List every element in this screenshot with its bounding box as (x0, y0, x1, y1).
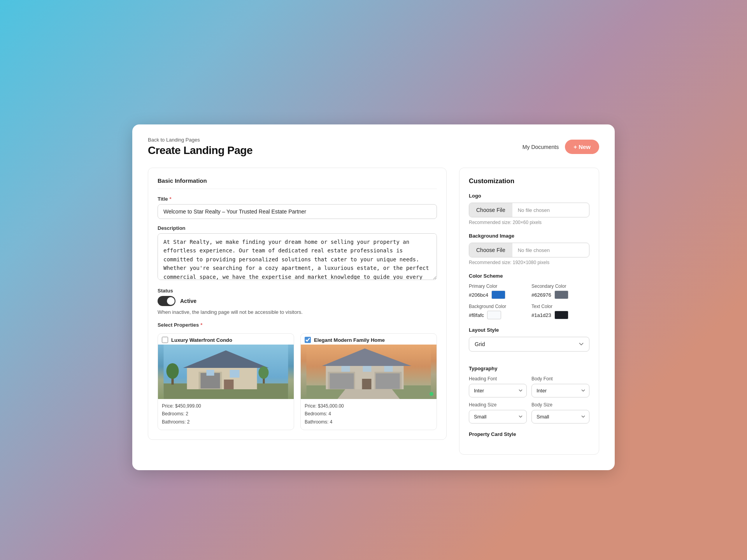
secondary-color-swatch[interactable] (554, 290, 568, 299)
title-field-label: Title * (158, 196, 437, 202)
primary-color-hex: #206bc4 (469, 292, 488, 298)
color-grid: Primary Color #206bc4 Secondary Color #6… (469, 284, 589, 319)
secondary-color-label: Secondary Color (531, 284, 589, 289)
layout-style-section: Layout Style Grid List Masonry (469, 327, 589, 358)
bg-image-section: Background Image Choose File No file cho… (469, 233, 589, 265)
layout-style-select[interactable]: Grid List Masonry (469, 337, 589, 352)
property-checkbox-row-1: Elegant Modern Family Home (301, 334, 437, 345)
description-field-label: Description (158, 225, 437, 231)
svg-rect-21 (362, 379, 372, 389)
page-container: Back to Landing Pages Create Landing Pag… (132, 124, 615, 470)
bg-color-swatch[interactable] (487, 311, 501, 319)
heading-size-field: Heading Size Small Medium Large (469, 402, 527, 424)
property-bedrooms-1: Bedrooms: 4 (305, 410, 433, 418)
heading-size-select[interactable]: Small Medium Large (469, 410, 527, 424)
text-color-field: Text Color #1a1d23 (531, 304, 589, 319)
property-card-0: Luxury Waterfront Condo (158, 333, 294, 430)
svg-rect-6 (224, 380, 234, 389)
customization-title: Customization (469, 177, 589, 185)
text-color-hex: #1a1d23 (531, 312, 551, 318)
status-label: Status (158, 288, 437, 294)
secondary-color-row: #626976 (531, 290, 589, 299)
select-properties-label: Select Properties * (158, 322, 437, 328)
body-font-select[interactable]: Inter Roboto (531, 384, 589, 397)
properties-required-star: * (200, 322, 202, 328)
property-checkbox-row-0: Luxury Waterfront Condo (158, 334, 294, 345)
properties-grid: Luxury Waterfront Condo (158, 333, 437, 430)
property-card-1: Elegant Modern Family Home (300, 333, 437, 430)
logo-label: Logo (469, 193, 589, 199)
primary-color-row: #206bc4 (469, 290, 527, 299)
toggle-row: Active (158, 296, 437, 306)
body-size-select[interactable]: Small Medium Large (531, 410, 589, 424)
font-selects-row: Heading Font Inter Roboto Body Font Inte… (469, 376, 589, 397)
size-selects-row: Heading Size Small Medium Large Body Siz… (469, 402, 589, 424)
text-color-label: Text Color (531, 304, 589, 309)
property-card-style-section: Property Card Style (469, 431, 589, 437)
bg-color-row: #f8fafc (469, 311, 527, 319)
logo-no-file-text: No file chosen (512, 203, 555, 217)
svg-rect-23 (384, 366, 393, 372)
body-font-field: Body Font Inter Roboto (531, 376, 589, 397)
new-button[interactable]: + New (565, 140, 599, 154)
my-documents-link[interactable]: My Documents (523, 144, 559, 150)
status-section: Status Active When inactive, the landing… (158, 288, 437, 315)
property-bathrooms-0: Bathrooms: 2 (162, 418, 290, 426)
active-toggle[interactable] (158, 296, 175, 306)
svg-rect-20 (376, 373, 400, 389)
logo-rec-size: Recommended size: 200×60 pixels (469, 220, 589, 225)
inactive-note: When inactive, the landing page will not… (158, 309, 437, 315)
heading-font-field: Heading Font Inter Roboto (469, 376, 527, 397)
property-name-0: Luxury Waterfront Condo (171, 337, 232, 343)
primary-color-label: Primary Color (469, 284, 527, 289)
property-bedrooms-0: Bedrooms: 2 (162, 410, 290, 418)
bg-file-upload: Choose File No file chosen (469, 243, 589, 257)
property-checkbox-0[interactable] (162, 337, 168, 343)
svg-point-12 (259, 366, 269, 379)
svg-rect-7 (230, 370, 240, 378)
svg-rect-22 (342, 366, 350, 372)
text-color-swatch[interactable] (554, 311, 568, 319)
secondary-color-hex: #626976 (531, 292, 551, 298)
color-scheme-section: Color Scheme Primary Color #206bc4 Secon… (469, 273, 589, 319)
body-size-label: Body Size (531, 402, 589, 408)
logo-file-upload: Choose File No file chosen (469, 203, 589, 217)
property-name-1: Elegant Modern Family Home (314, 337, 385, 343)
bg-color-hex: #f8fafc (469, 312, 484, 318)
layout-style-title: Layout Style (469, 327, 589, 333)
top-bar: Back to Landing Pages Create Landing Pag… (148, 137, 599, 157)
svg-rect-24 (363, 366, 372, 372)
back-link[interactable]: Back to Landing Pages (148, 137, 253, 143)
logo-choose-file-button[interactable]: Choose File (469, 203, 512, 217)
title-input[interactable] (158, 204, 437, 219)
top-bar-left: Back to Landing Pages Create Landing Pag… (148, 137, 253, 157)
property-price-0: Price: $450,999.00 (162, 402, 290, 410)
bg-choose-file-button[interactable]: Choose File (469, 243, 512, 257)
svg-rect-18 (330, 373, 354, 389)
property-image-1 (301, 345, 437, 399)
description-textarea[interactable]: At Star Realty, we make finding your dre… (158, 233, 437, 280)
property-checkbox-1[interactable] (305, 337, 311, 343)
page-title: Create Landing Page (148, 144, 253, 157)
bg-color-field: Background Color #f8fafc (469, 304, 527, 319)
primary-color-field: Primary Color #206bc4 (469, 284, 527, 299)
bg-rec-size: Recommended size: 1920×1080 pixels (469, 260, 589, 265)
basic-info-title: Basic Information (158, 177, 437, 189)
logo-section: Logo Choose File No file chosen Recommen… (469, 193, 589, 225)
property-details-0: Price: $450,999.00 Bedrooms: 2 Bathrooms… (158, 399, 294, 430)
heading-font-select[interactable]: Inter Roboto (469, 384, 527, 397)
body-font-label: Body Font (531, 376, 589, 382)
property-bathrooms-1: Bathrooms: 4 (305, 418, 433, 426)
property-details-1: Price: $345,000.00 Bedrooms: 4 Bathrooms… (301, 399, 437, 430)
primary-color-swatch[interactable] (491, 290, 505, 299)
property-card-style-title: Property Card Style (469, 431, 589, 437)
right-panel: Customization Logo Choose File No file c… (459, 168, 599, 455)
top-bar-right: My Documents + New (523, 140, 599, 154)
svg-marker-25 (338, 389, 400, 399)
customization-card: Customization Logo Choose File No file c… (459, 168, 599, 455)
bg-color-label: Background Color (469, 304, 527, 309)
body-size-field: Body Size Small Medium Large (531, 402, 589, 424)
title-required-star: * (170, 196, 172, 202)
typography-title: Typography (469, 366, 589, 371)
active-label: Active (180, 298, 196, 304)
